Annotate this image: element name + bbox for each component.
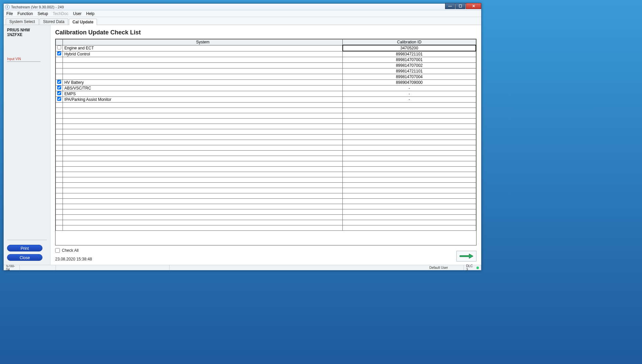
row-system: Hybrid Control (63, 51, 343, 57)
calibration-table-scroll[interactable]: System Calibration ID Engine and ECT3470… (56, 39, 476, 245)
table-row (56, 204, 476, 209)
row-system: Engine and ECT (63, 45, 343, 51)
status-user: Default User (427, 265, 464, 270)
row-checkbox[interactable] (57, 51, 61, 55)
menu-techdoc: TechDoc (53, 11, 69, 16)
tab-cal-update[interactable]: Cal Update (69, 19, 97, 25)
calibration-table-wrap: System Calibration ID Engine and ECT3470… (55, 39, 476, 245)
menu-help[interactable]: Help (86, 11, 95, 16)
check-all-label: Check All (62, 248, 79, 253)
menu-function[interactable]: Function (17, 11, 33, 16)
row-cal-id: 898904709000 (343, 80, 476, 85)
table-row (56, 161, 476, 167)
sidebar: PRIUS NHW 1NZFXE Input VIN Print Close (4, 25, 50, 265)
table-row (56, 177, 476, 183)
table-row (56, 183, 476, 188)
menu-setup[interactable]: Setup (37, 11, 48, 16)
table-row[interactable]: Hybrid Control899834721101 (56, 51, 476, 57)
table-row[interactable]: 899814707002 (56, 63, 476, 68)
table-row (56, 209, 476, 215)
row-cal-id: - (343, 85, 476, 91)
arrow-right-icon (459, 253, 474, 259)
row-cal-id: 899814721101 (343, 68, 476, 74)
check-all-checkbox[interactable] (55, 248, 60, 253)
tab-stored-data[interactable]: Stored Data (39, 18, 68, 25)
window-title: Techstream (Ver 9.30.002) - 249 (11, 5, 64, 9)
row-cal-id: - (343, 97, 476, 103)
close-button[interactable]: ✕ (466, 3, 481, 9)
vehicle-line1: PRIUS NHW (7, 28, 47, 32)
table-row (56, 124, 476, 129)
row-system: EMPS (63, 91, 343, 97)
tabstrip: System SelectStored DataCal Update (4, 17, 481, 25)
table-row (56, 193, 476, 199)
status-cell-3 (56, 265, 170, 270)
status-code: S700-04 (4, 265, 20, 270)
table-row (56, 135, 476, 140)
row-checkbox-cell (56, 57, 63, 63)
table-row (56, 145, 476, 151)
menu-file[interactable]: File (6, 11, 13, 16)
app-window: i Techstream (Ver 9.30.002) - 249 — ☐ ✕ … (3, 3, 481, 270)
check-all-control[interactable]: Check All (55, 248, 79, 253)
close-panel-button[interactable]: Close (7, 254, 42, 261)
row-checkbox-cell (56, 63, 63, 68)
status-cell-2 (20, 265, 56, 270)
table-row[interactable]: IPA/Parking Assist Monitor- (56, 97, 476, 103)
row-checkbox[interactable] (57, 91, 61, 95)
next-button[interactable] (456, 251, 476, 261)
menubar: FileFunctionSetupTechDocUserHelp (4, 10, 481, 17)
table-row[interactable]: 899814721101 (56, 68, 476, 74)
row-checkbox[interactable] (57, 45, 61, 49)
table-row[interactable]: HV Battery898904709000 (56, 80, 476, 85)
table-row[interactable]: ABS/VSC/TRC- (56, 85, 476, 91)
row-checkbox-cell (56, 45, 63, 51)
maximize-button[interactable]: ☐ (455, 3, 465, 9)
table-row (56, 129, 476, 135)
table-row (56, 113, 476, 119)
vehicle-line2: 1NZFXE (7, 32, 47, 37)
row-cal-id: 899834721101 (343, 51, 476, 57)
table-row (56, 188, 476, 193)
row-cal-id: 899814707001 (343, 57, 476, 63)
table-row (56, 172, 476, 177)
row-checkbox-cell (56, 97, 63, 103)
row-checkbox-cell (56, 74, 63, 80)
page-title: Calibration Update Check List (55, 29, 476, 36)
table-row[interactable]: Engine and ECT34705200 (56, 45, 476, 51)
table-row[interactable]: EMPS- (56, 91, 476, 97)
input-vin-link[interactable]: Input VIN (7, 57, 40, 62)
timestamp: 23.08.2020 15:38:48 (55, 257, 476, 261)
row-checkbox-cell (56, 85, 63, 91)
table-row (56, 225, 476, 231)
table-row[interactable]: 899814707004 (56, 74, 476, 80)
row-checkbox[interactable] (57, 97, 61, 101)
tab-system-select[interactable]: System Select (6, 18, 39, 25)
menu-user[interactable]: User (73, 11, 81, 16)
titlebar[interactable]: i Techstream (Ver 9.30.002) - 249 — ☐ ✕ (4, 4, 481, 10)
row-checkbox[interactable] (57, 80, 61, 84)
table-row (56, 151, 476, 156)
col-header-system[interactable]: System (63, 39, 343, 45)
row-cal-id: - (343, 91, 476, 97)
print-button[interactable]: Print (7, 245, 42, 251)
table-row (56, 156, 476, 161)
minimize-button[interactable]: — (445, 3, 455, 9)
table-row (56, 108, 476, 113)
row-system (63, 68, 343, 74)
table-row (56, 199, 476, 204)
table-row (56, 167, 476, 172)
table-row (56, 220, 476, 225)
table-row (56, 215, 476, 220)
table-row[interactable]: 899814707001 (56, 57, 476, 63)
table-row (56, 119, 476, 124)
row-checkbox-cell (56, 80, 63, 85)
statusbar: S700-04 Default User DLC 3 (4, 265, 481, 270)
col-header-cal-id[interactable]: Calibration ID (343, 39, 476, 45)
row-system: IPA/Parking Assist Monitor (63, 97, 343, 103)
row-checkbox-cell (56, 51, 63, 57)
col-header-checkbox (56, 39, 63, 45)
row-checkbox[interactable] (57, 85, 61, 89)
content-area: PRIUS NHW 1NZFXE Input VIN Print Close C… (4, 25, 481, 265)
status-dot-icon (476, 266, 479, 269)
